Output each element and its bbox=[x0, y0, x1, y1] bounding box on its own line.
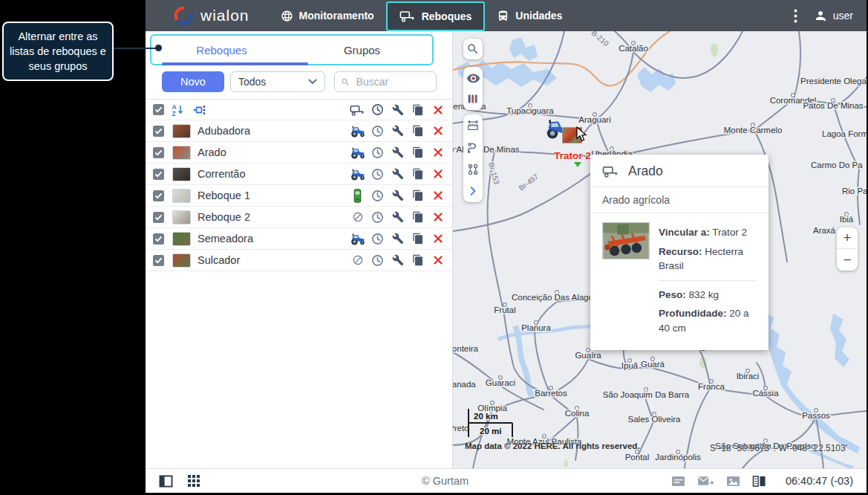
map-search-control bbox=[463, 39, 483, 59]
clock-time: 06:40:47 (-03) bbox=[786, 475, 853, 487]
svg-text:Presidente Olega: Presidente Olega bbox=[800, 77, 867, 85]
expand-tools-button[interactable] bbox=[463, 181, 483, 201]
delete-icon[interactable] bbox=[428, 190, 448, 201]
clock-icon[interactable] bbox=[368, 146, 388, 159]
map-area[interactable]: Br-153Br-497B-210CatalãoCoromandelPresid… bbox=[453, 31, 867, 468]
kebab-menu-icon[interactable] bbox=[794, 9, 797, 23]
trailer-thumbnail bbox=[172, 232, 191, 246]
list-item[interactable]: Arado bbox=[146, 142, 452, 164]
delete-icon[interactable] bbox=[428, 147, 448, 158]
list-item[interactable]: Semeadora bbox=[146, 228, 452, 250]
select-all-checkbox[interactable] bbox=[153, 104, 164, 115]
panel-split-icon[interactable] bbox=[752, 475, 766, 488]
row-checkbox[interactable] bbox=[153, 212, 164, 223]
tab-reboques[interactable]: Reboques bbox=[386, 1, 486, 31]
route-button[interactable] bbox=[463, 137, 483, 158]
popup-field-vincular: Vincular a: Trator 2 bbox=[659, 225, 757, 240]
mail-send-icon[interactable] bbox=[697, 475, 714, 488]
visibility-eye-button[interactable] bbox=[463, 68, 483, 88]
tab-panel-reboques[interactable]: Reboques bbox=[151, 36, 292, 64]
brand-text: wialon bbox=[200, 7, 249, 25]
user-menu[interactable]: user bbox=[814, 9, 853, 22]
zoom-in-button[interactable]: + bbox=[837, 227, 858, 249]
delete-icon[interactable] bbox=[428, 126, 448, 136]
popup-title: Arado bbox=[628, 164, 663, 179]
copy-icon[interactable] bbox=[408, 146, 428, 158]
clock-column-icon[interactable] bbox=[368, 103, 388, 116]
copy-icon[interactable] bbox=[408, 190, 428, 201]
wrench-icon[interactable] bbox=[388, 146, 408, 158]
map-search-button[interactable] bbox=[463, 39, 483, 59]
map-scale: 20 km 20 mi bbox=[466, 406, 529, 440]
tractor-icon bbox=[347, 233, 368, 245]
clock-icon[interactable] bbox=[368, 254, 388, 267]
svg-text:São Joaquim Da Barra: São Joaquim Da Barra bbox=[603, 390, 690, 399]
delete-icon[interactable] bbox=[428, 233, 448, 244]
notices-icon[interactable] bbox=[671, 475, 685, 488]
row-checkbox[interactable] bbox=[153, 190, 164, 201]
list-item[interactable]: Reboque 1 bbox=[146, 185, 452, 207]
list-item[interactable]: Sulcador bbox=[146, 250, 452, 271]
wrench-icon[interactable] bbox=[388, 233, 408, 245]
row-checkbox[interactable] bbox=[153, 255, 164, 266]
bind-column-icon[interactable] bbox=[347, 104, 368, 116]
map-tool-controls bbox=[463, 114, 483, 202]
row-checkbox[interactable] bbox=[153, 147, 164, 158]
copyright: © Gurtam bbox=[422, 475, 469, 487]
tab-monitoramento[interactable]: Monitoramento bbox=[269, 0, 386, 31]
copy-icon[interactable] bbox=[408, 125, 428, 137]
person-icon bbox=[814, 9, 827, 22]
panel-tabs-highlight: Reboques Grupos bbox=[150, 34, 434, 65]
copy-icon[interactable] bbox=[408, 254, 428, 266]
clock-icon[interactable] bbox=[368, 233, 388, 245]
list-item[interactable]: Adubadora bbox=[146, 120, 452, 142]
clock-icon[interactable] bbox=[368, 211, 388, 224]
copy-column-icon[interactable] bbox=[408, 104, 428, 116]
sort-az-icon[interactable]: AZ bbox=[172, 103, 185, 117]
layers-button[interactable] bbox=[463, 88, 483, 109]
bottom-bar: © Gurtam 06:40:47 (-03) bbox=[146, 468, 867, 493]
wrench-icon[interactable] bbox=[388, 190, 408, 201]
copy-icon[interactable] bbox=[408, 168, 428, 180]
tab-panel-grupos[interactable]: Grupos bbox=[292, 36, 432, 64]
new-button[interactable]: Novo bbox=[162, 71, 224, 92]
wialon-logo-icon bbox=[174, 6, 193, 25]
filter-dropdown[interactable]: Todos bbox=[230, 71, 325, 92]
ruler-button[interactable] bbox=[463, 115, 483, 136]
nearest-units-button[interactable] bbox=[463, 159, 483, 180]
wrench-icon[interactable] bbox=[388, 211, 408, 223]
popup-field-recurso: Recurso: Hecterra Brasil bbox=[659, 245, 757, 274]
wrench-icon[interactable] bbox=[388, 125, 408, 137]
clock-icon[interactable] bbox=[368, 168, 388, 181]
clock-icon[interactable] bbox=[368, 190, 388, 202]
wrench-column-icon[interactable] bbox=[388, 104, 408, 116]
copy-icon[interactable] bbox=[408, 211, 428, 223]
list-item[interactable]: Correntão bbox=[146, 164, 452, 185]
search-input[interactable] bbox=[355, 75, 430, 88]
zoom-control: + − bbox=[837, 227, 858, 271]
list-item[interactable]: Reboque 2 bbox=[146, 207, 452, 228]
svg-text:Colina: Colina bbox=[565, 409, 590, 418]
delete-column-icon[interactable] bbox=[428, 105, 448, 115]
zoom-out-button[interactable]: − bbox=[837, 249, 858, 271]
apps-grid-icon[interactable] bbox=[188, 475, 200, 488]
search-icon bbox=[466, 42, 480, 56]
row-checkbox[interactable] bbox=[153, 126, 164, 137]
tab-unidades-label: Unidades bbox=[515, 10, 562, 22]
tab-unidades[interactable]: Unidades bbox=[485, 0, 574, 31]
wrench-icon[interactable] bbox=[388, 168, 408, 180]
chevron-right-icon bbox=[467, 185, 479, 197]
copy-icon[interactable] bbox=[408, 233, 428, 245]
wrench-icon[interactable] bbox=[388, 254, 408, 266]
delete-icon[interactable] bbox=[428, 169, 448, 179]
image-icon[interactable] bbox=[726, 475, 740, 488]
delete-icon[interactable] bbox=[428, 212, 448, 222]
toggle-left-panel-icon[interactable] bbox=[159, 475, 173, 488]
delete-icon[interactable] bbox=[428, 255, 448, 265]
clock-icon[interactable] bbox=[368, 125, 388, 138]
apply-to-units-icon[interactable] bbox=[192, 103, 206, 117]
row-checkbox[interactable] bbox=[153, 169, 164, 180]
row-checkbox[interactable] bbox=[153, 233, 164, 245]
trailer-photo bbox=[602, 222, 650, 259]
search-icon bbox=[341, 77, 350, 88]
